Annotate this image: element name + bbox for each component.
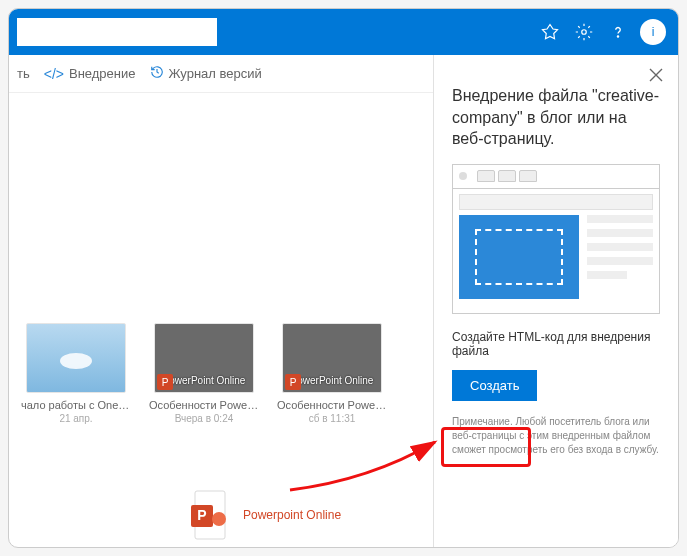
panel-note: Примечание. Любой посетитель блога или в… [452,415,660,457]
close-icon[interactable] [646,65,666,85]
powerpoint-file-icon: P [189,489,231,541]
file-date: 21 апр. [59,413,92,424]
thumb-caption: PowerPoint Online [291,375,374,386]
embed-icon: </> [44,66,64,82]
toolbar-item-partial[interactable]: ть [17,66,30,81]
file-date: сб в 11:31 [309,413,356,424]
file-name: Особенности PowerPoi... [149,399,259,411]
search-input[interactable] [17,18,217,46]
panel-subtitle: Создайте HTML-код для внедрения файла [452,330,660,358]
premium-icon[interactable] [536,18,564,46]
embed-panel: Внедрение файла "creative-company" в бло… [433,55,678,547]
gear-icon[interactable] [570,18,598,46]
panel-title: Внедрение файла "creative-company" в бло… [452,85,660,150]
toolbar-embed[interactable]: </> Внедрение [44,66,136,82]
file-thumbnail: PowerPoint Online P [282,323,382,393]
toolbar-versions[interactable]: Журнал версий [150,65,262,82]
thumb-caption: PowerPoint Online [163,375,246,386]
file-name: Особенности PowerPoi... [277,399,387,411]
svg-point-1 [617,36,618,37]
svg-point-6 [212,512,226,526]
file-item[interactable]: PowerPoint Online P Особенности PowerPoi… [149,323,259,424]
file-thumbnail [26,323,126,393]
file-thumbnail: PowerPoint Online P [154,323,254,393]
file-name: Powerpoint Online [243,508,341,522]
svg-point-2 [60,353,92,369]
svg-text:P: P [197,507,206,523]
file-date: Вчера в 0:24 [175,413,234,424]
toolbar-label: Внедрение [69,66,136,81]
toolbar-label: Журнал версий [169,66,262,81]
file-item[interactable]: чало работы с OneD... 21 апр. [21,323,131,424]
avatar[interactable]: i [640,19,666,45]
powerpoint-badge-icon: P [157,374,173,390]
powerpoint-badge-icon: P [285,374,301,390]
file-name: чало работы с OneD... [21,399,131,411]
app-header: i [9,9,678,55]
help-icon[interactable] [604,18,632,46]
toolbar-label: ть [17,66,30,81]
file-item[interactable]: PowerPoint Online P Особенности PowerPoi… [277,323,387,424]
preview-illustration [452,164,660,314]
file-item-large[interactable]: P Powerpoint Online [189,489,341,541]
svg-point-0 [582,30,587,35]
create-button[interactable]: Создать [452,370,537,401]
history-icon [150,65,164,82]
